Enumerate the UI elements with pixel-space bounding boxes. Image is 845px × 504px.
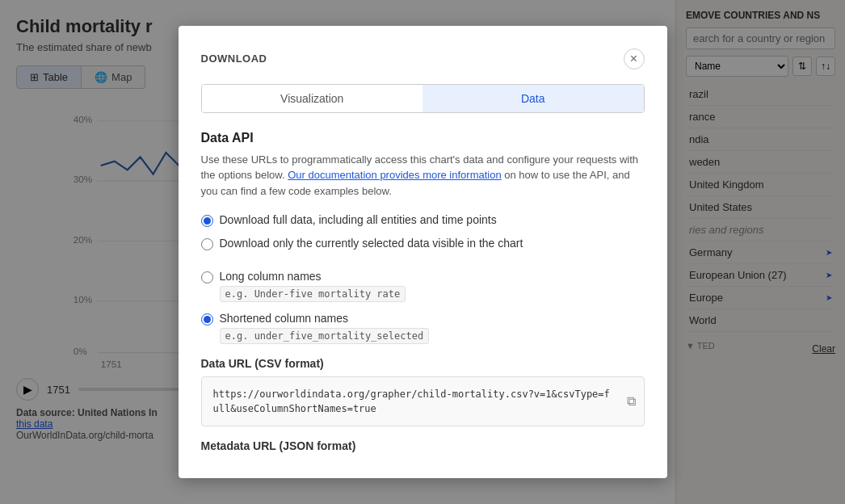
radio-long-label: Long column names	[220, 270, 322, 283]
data-api-description: Use these URLs to programmatically acces…	[201, 152, 645, 200]
url-box: https://ourworldindata.org/grapher/child…	[201, 376, 645, 426]
tab-visualization[interactable]: Visualization	[202, 85, 423, 112]
docs-link[interactable]: Our documentation provides more informat…	[288, 169, 501, 181]
url-section-title: Data URL (CSV format)	[201, 357, 645, 370]
radio-full-input[interactable]	[201, 215, 213, 227]
radio-full-label: Download full data, including all entiti…	[220, 213, 497, 226]
copy-icon[interactable]: ⧉	[627, 394, 636, 409]
tab-data[interactable]: Data	[422, 85, 644, 112]
column-name-options: Long column names e.g. Under-five mortal…	[201, 270, 645, 344]
radio-selected-input[interactable]	[201, 238, 213, 250]
modal-header: DOWNLOAD ×	[201, 48, 645, 69]
radio-short-example: e.g. under_five_mortality_selected	[220, 328, 430, 344]
data-url-text: https://ourworldindata.org/grapher/child…	[213, 388, 610, 414]
data-api-title: Data API	[201, 131, 645, 145]
radio-long-input[interactable]	[201, 271, 213, 284]
radio-long-example: e.g. Under-five mortality rate	[220, 286, 406, 302]
download-modal: DOWNLOAD × Visualization Data Data API U…	[179, 26, 667, 479]
radio-short-input[interactable]	[201, 313, 213, 326]
radio-long-option[interactable]: Long column names e.g. Under-five mortal…	[201, 270, 645, 302]
radio-selected-label: Download only the currently selected dat…	[220, 237, 523, 250]
data-scope-options: Download full data, including all entiti…	[201, 213, 645, 250]
modal-title: DOWNLOAD	[201, 52, 267, 65]
radio-short-label: Shortened column names	[220, 312, 349, 325]
modal-overlay[interactable]: DOWNLOAD × Visualization Data Data API U…	[0, 0, 845, 504]
radio-short-option[interactable]: Shortened column names e.g. under_five_m…	[201, 312, 645, 344]
modal-close-button[interactable]: ×	[624, 48, 645, 69]
radio-full-option[interactable]: Download full data, including all entiti…	[201, 213, 645, 227]
modal-tabs: Visualization Data	[201, 84, 645, 113]
metadata-title: Metadata URL (JSON format)	[201, 439, 645, 452]
radio-selected-option[interactable]: Download only the currently selected dat…	[201, 237, 645, 250]
